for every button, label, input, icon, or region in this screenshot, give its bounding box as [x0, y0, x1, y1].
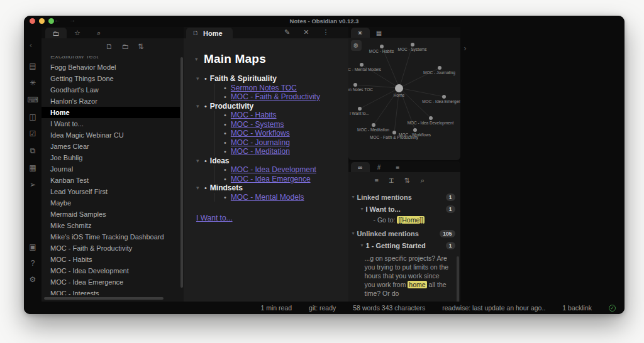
- file-item[interactable]: Mike Schmitz: [42, 220, 180, 231]
- file-item[interactable]: Idea Magic Webinar CU: [42, 129, 180, 141]
- file-item-selected[interactable]: Home: [42, 107, 180, 118]
- new-note-icon[interactable]: 🗋: [106, 43, 113, 50]
- stats-icon[interactable]: ◫: [29, 112, 36, 121]
- backlinks-scrollbar[interactable]: [457, 256, 459, 302]
- node-dot: [353, 83, 357, 87]
- more-options-icon[interactable]: ⋮: [323, 28, 330, 36]
- tab-tags[interactable]: #: [370, 162, 389, 172]
- linked-mention-item[interactable]: ▾ I Want to... 1: [361, 203, 455, 215]
- internal-link[interactable]: MOC - Faith & Productivity: [231, 92, 320, 101]
- graph-settings-button[interactable]: ⚙: [351, 40, 362, 51]
- file-item[interactable]: Mike's iOS Time Tracking Dashboard: [42, 231, 180, 242]
- new-folder-icon[interactable]: 🗀: [122, 43, 130, 50]
- tab-file-explorer[interactable]: 🗀: [45, 28, 67, 38]
- file-item[interactable]: Fogg Behavior Model: [42, 62, 180, 73]
- internal-link[interactable]: Sermon Notes TOC: [231, 84, 297, 92]
- internal-link[interactable]: MOC - Habits: [231, 111, 277, 119]
- tab-calendar[interactable]: ▦: [370, 28, 389, 38]
- local-graph-view[interactable]: ⚙ Home MOC - Habits MOC - System: [348, 38, 460, 160]
- unlinked-mentions-header[interactable]: ▾ Unlinked mentions 105: [352, 227, 455, 239]
- file-item[interactable]: Goodhart's Law: [42, 84, 180, 95]
- file-list-hscrollbar[interactable]: [44, 297, 164, 300]
- linked-mentions-header[interactable]: ▾ Linked mentions 1: [352, 191, 455, 203]
- close-pane-icon[interactable]: ✕: [303, 28, 309, 36]
- internal-link[interactable]: MOC - Journaling: [231, 138, 290, 147]
- internal-link-i-want-to[interactable]: I Want to...: [196, 214, 233, 222]
- edit-toggle-icon[interactable]: ✎: [284, 28, 290, 36]
- file-item[interactable]: Mermaid Samples: [42, 209, 180, 220]
- file-item[interactable]: MOC - Faith & Productivity: [42, 242, 180, 254]
- search-backlinks-icon[interactable]: ⌕: [421, 177, 425, 185]
- tab-starred[interactable]: ☆: [67, 28, 88, 38]
- expand-right-sidebar-icon[interactable]: ›: [464, 44, 467, 53]
- linked-mention-snippet[interactable]: - Go to: [[Home]]: [374, 216, 455, 224]
- highlighted-link: [[Home]]: [397, 216, 425, 224]
- presentation-icon[interactable]: ⌨: [27, 95, 38, 104]
- internal-link[interactable]: MOC - Meditation: [231, 147, 290, 156]
- collapse-icon[interactable]: ▾: [196, 158, 201, 164]
- internal-link[interactable]: MOC - Workflows: [231, 129, 290, 138]
- tab-title: Home: [203, 30, 223, 37]
- node-dot: [429, 116, 433, 120]
- publish-icon[interactable]: ➢: [30, 180, 36, 189]
- show-context-icon[interactable]: Ɪ: [389, 177, 394, 185]
- collapse-icon[interactable]: ▾: [196, 75, 201, 82]
- file-list-scrollbar[interactable]: [180, 57, 183, 288]
- unlinked-mention-snippet[interactable]: ...g on specific projects? Are you tryin…: [365, 254, 450, 298]
- graph-view-icon[interactable]: ✳: [30, 79, 36, 87]
- outline-item: Mindsets: [210, 183, 243, 192]
- tab-home-note[interactable]: 🗋 Home: [186, 28, 233, 38]
- tab-search[interactable]: ⌕: [88, 28, 109, 38]
- note-content[interactable]: ▾ Main Maps ▾•Faith & Spirituality •Serm…: [184, 38, 348, 302]
- help-icon[interactable]: ?: [31, 259, 35, 268]
- internal-link[interactable]: MOC - Idea Emergence: [231, 175, 311, 183]
- tab-backlinks[interactable]: ∞: [351, 162, 370, 172]
- note-heading: Main Maps: [204, 52, 266, 66]
- calendar-check-icon[interactable]: ☑: [30, 129, 36, 138]
- node-dot: [438, 66, 441, 70]
- bullet: •: [224, 121, 226, 128]
- file-item[interactable]: Kanban Test: [42, 175, 180, 186]
- backlinks-toolbar: ≡ Ɪ ⇅ ⌕: [348, 172, 460, 188]
- file-item[interactable]: MOC - Habits: [42, 254, 180, 265]
- settings-gear-icon[interactable]: ⚙: [30, 275, 36, 284]
- file-item[interactable]: Getting Things Done: [42, 73, 180, 84]
- tab-outline[interactable]: ≡: [389, 162, 408, 172]
- tab-local-graph[interactable]: ✳: [351, 28, 370, 38]
- file-item[interactable]: Joe Buhlig: [42, 152, 180, 163]
- collapse-left-sidebar-icon[interactable]: ‹: [30, 41, 32, 50]
- file-item[interactable]: Maybe: [42, 197, 180, 209]
- internal-link[interactable]: MOC - Systems: [231, 120, 284, 129]
- sync-status-icon[interactable]: ✓: [609, 305, 616, 312]
- backlinks-pane-tabs: ∞ # ≡: [348, 161, 460, 172]
- node-dot: [395, 84, 403, 92]
- file-item[interactable]: James Clear: [42, 141, 180, 152]
- file-item[interactable]: Hanlon's Razor: [42, 95, 180, 107]
- notebook-icon[interactable]: ▤: [29, 62, 36, 70]
- sort-order-icon[interactable]: ⇅: [404, 177, 410, 185]
- file-item[interactable]: MOC - Idea Development: [42, 265, 180, 276]
- status-backlink-count[interactable]: 1 backlink: [562, 304, 592, 312]
- sort-icon[interactable]: ⇅: [138, 42, 144, 51]
- collapse-icon[interactable]: ▾: [196, 103, 201, 109]
- file-item[interactable]: Journal: [42, 163, 180, 175]
- explorer-actions: 🗋 🗀 ⇅: [42, 38, 184, 55]
- file-item[interactable]: MOC - Idea Emergence: [42, 276, 180, 288]
- collapse-icon[interactable]: ▾: [196, 185, 201, 191]
- file-item[interactable]: MOC - Interests: [42, 288, 180, 295]
- file-item[interactable]: Excalidraw Test: [42, 56, 180, 62]
- status-git[interactable]: git: ready: [309, 304, 336, 312]
- internal-link[interactable]: MOC - Idea Development: [231, 165, 316, 174]
- internal-link[interactable]: MOC - Mental Models: [231, 193, 304, 202]
- file-item[interactable]: I Want to...: [42, 118, 180, 129]
- unlinked-mention-item[interactable]: ▾ 1 - Getting Started 1: [361, 239, 455, 251]
- bullet: •: [224, 193, 226, 201]
- file-item[interactable]: Lead Yourself First: [42, 186, 180, 197]
- bullet: •: [224, 129, 226, 137]
- card-icon[interactable]: ▣: [29, 242, 36, 251]
- collapse-results-icon[interactable]: ≡: [375, 177, 379, 184]
- collapse-heading-icon[interactable]: ▾: [195, 56, 200, 62]
- table-icon[interactable]: ▦: [29, 163, 36, 172]
- status-readwise[interactable]: readwise: last update an hour ago..: [442, 304, 545, 312]
- templates-icon[interactable]: ⧉: [30, 146, 36, 155]
